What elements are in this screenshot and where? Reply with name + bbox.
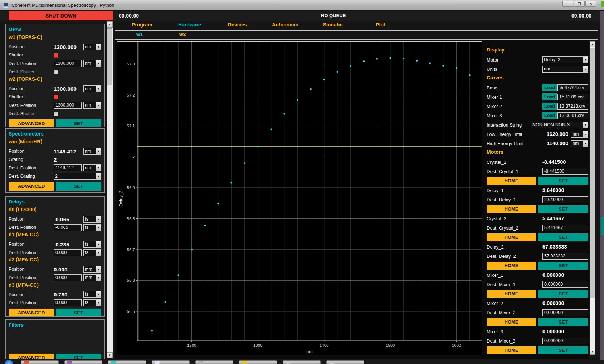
chevron-down-icon[interactable]: ▼: [96, 291, 101, 297]
unit-dropdown[interactable]: nm▼: [83, 85, 101, 92]
set-button[interactable]: SET: [56, 182, 101, 191]
unit-dropdown[interactable]: fs▼: [83, 299, 101, 306]
tab-hardware[interactable]: Hardware: [166, 22, 213, 30]
tuning-curve-plot[interactable]: 1200130014001500160056.556.656.756.856.9…: [117, 41, 482, 355]
dest-position-input[interactable]: 0.000: [54, 274, 82, 281]
set-button[interactable]: SET: [538, 177, 588, 185]
chevron-down-icon[interactable]: ▼: [583, 122, 588, 128]
home-button[interactable]: HOME: [487, 177, 536, 185]
panel-scrollbar-thumb[interactable]: [590, 48, 595, 298]
units-dropdown[interactable]: nm▼: [542, 66, 588, 73]
chevron-down-icon[interactable]: ▼: [96, 165, 101, 171]
tab-autonomic[interactable]: Autonomic: [261, 22, 309, 30]
set-button[interactable]: SET: [56, 309, 101, 317]
chevron-down-icon[interactable]: ▼: [96, 300, 101, 306]
unit-dropdown[interactable]: mm▼: [83, 266, 101, 273]
chevron-down-icon[interactable]: ▼: [583, 131, 588, 137]
dest-grating-dropdown[interactable]: 2▼: [54, 173, 101, 180]
set-button[interactable]: SET: [538, 346, 588, 354]
subtab-w1[interactable]: w1: [118, 31, 161, 39]
dest-position-input[interactable]: 1300.000: [54, 60, 82, 67]
unit-dropdown[interactable]: nm▼: [571, 131, 588, 138]
home-button[interactable]: HOME: [487, 318, 536, 326]
chevron-down-icon[interactable]: ▼: [583, 57, 588, 63]
motor-dest-input[interactable]: 2.640000: [542, 196, 588, 203]
advanced-button[interactable]: ADVANCED: [9, 119, 54, 127]
chevron-down-icon[interactable]: ▼: [96, 102, 101, 108]
set-button[interactable]: SET: [538, 262, 588, 270]
chevron-down-icon[interactable]: ▼: [96, 216, 101, 222]
set-button[interactable]: SET: [538, 233, 588, 241]
panel-scroll-down-icon[interactable]: ▼: [590, 349, 595, 355]
unit-dropdown[interactable]: nm▼: [83, 60, 101, 67]
set-button[interactable]: SET: [56, 354, 101, 359]
plot-canvas[interactable]: 1200130014001500160056.556.656.756.856.9…: [117, 42, 482, 355]
chevron-down-icon[interactable]: ▼: [96, 225, 101, 231]
load-button[interactable]: Load: [542, 93, 557, 100]
motor-dest-input[interactable]: -8.441500: [542, 168, 588, 175]
interaction-string-dropdown[interactable]: NON-NON-NON-S▼: [531, 122, 588, 128]
motor-dest-input[interactable]: 0.000000: [542, 309, 588, 316]
advanced-button[interactable]: ADVANCED: [9, 182, 54, 191]
set-button[interactable]: SET: [56, 119, 101, 127]
set-button[interactable]: SET: [538, 318, 588, 326]
close-button[interactable]: ✕: [585, 1, 596, 7]
unit-dropdown[interactable]: fs▼: [83, 216, 101, 223]
load-button[interactable]: Load: [542, 112, 557, 119]
chevron-down-icon[interactable]: ▼: [583, 141, 588, 147]
tab-program[interactable]: Program: [118, 22, 166, 30]
dest-shutter-checkbox[interactable]: [54, 70, 58, 74]
dest-position-input[interactable]: 1149.412: [54, 164, 82, 171]
motor-dropdown[interactable]: Delay_2▼: [542, 56, 588, 63]
tab-somatic[interactable]: Somatic: [309, 22, 356, 30]
chevron-down-icon[interactable]: ▼: [96, 275, 101, 281]
set-button[interactable]: SET: [538, 290, 588, 298]
load-button[interactable]: Load: [542, 84, 557, 91]
restore-button[interactable]: ❐: [574, 1, 585, 7]
subtab-w2[interactable]: w2: [161, 31, 204, 39]
sidebar-scroll-up-icon[interactable]: ▲: [107, 21, 113, 28]
home-button[interactable]: HOME: [487, 205, 536, 213]
tab-devices[interactable]: Devices: [214, 22, 261, 30]
advanced-button[interactable]: ADVANCED: [9, 354, 54, 359]
home-button[interactable]: HOME: [487, 262, 536, 270]
motor-dest-input[interactable]: 0.000000: [542, 281, 588, 288]
unit-dropdown[interactable]: fs▼: [83, 291, 101, 298]
chevron-down-icon[interactable]: ▼: [96, 250, 101, 256]
dest-shutter-checkbox[interactable]: [54, 112, 58, 116]
chevron-down-icon[interactable]: ▼: [96, 86, 101, 92]
home-button[interactable]: HOME: [487, 290, 536, 298]
motor-dest-input[interactable]: 5.441667: [542, 225, 588, 231]
dest-position-input[interactable]: 1300.000: [54, 102, 82, 109]
home-button[interactable]: HOME: [487, 346, 536, 354]
unit-dropdown[interactable]: nm▼: [83, 44, 101, 50]
dest-position-input[interactable]: -0.065: [54, 224, 82, 231]
shutdown-button[interactable]: SHUT DOWN: [9, 11, 113, 20]
minimize-button[interactable]: ─: [562, 1, 573, 7]
unit-dropdown[interactable]: fs▼: [83, 224, 101, 231]
sidebar-scroll-down-icon[interactable]: ▼: [107, 352, 113, 358]
home-button[interactable]: HOME: [487, 233, 536, 241]
set-button[interactable]: SET: [538, 205, 588, 213]
chevron-down-icon[interactable]: ▼: [96, 241, 101, 247]
chevron-down-icon[interactable]: ▼: [96, 148, 101, 154]
load-button[interactable]: Load: [542, 103, 557, 110]
curve-file-input[interactable]: 15.11.09.crv: [557, 94, 588, 100]
unit-dropdown[interactable]: fs▼: [83, 249, 101, 256]
motor-dest-input[interactable]: 0.000000: [542, 338, 588, 344]
curve-file-input[interactable]: 13 37213.crv: [557, 103, 588, 110]
unit-dropdown[interactable]: nm▼: [83, 102, 101, 109]
chevron-down-icon[interactable]: ▼: [96, 44, 101, 50]
curve-file-input[interactable]: )5 67764.crv: [557, 84, 588, 91]
motor-dest-input[interactable]: 57.033333: [542, 253, 588, 260]
chevron-down-icon[interactable]: ▼: [96, 173, 101, 179]
unit-dropdown[interactable]: fs▼: [83, 241, 101, 248]
chevron-down-icon[interactable]: ▼: [96, 60, 101, 67]
curve-file-input[interactable]: 13.06.01.crv: [557, 112, 588, 119]
sidebar-scrollbar-thumb[interactable]: [107, 28, 112, 85]
unit-dropdown[interactable]: nm▼: [83, 148, 101, 155]
panel-scroll-up-icon[interactable]: ▲: [590, 41, 595, 47]
unit-dropdown[interactable]: nm▼: [571, 140, 588, 147]
chevron-down-icon[interactable]: ▼: [96, 266, 101, 272]
dest-position-input[interactable]: 0.000: [54, 299, 82, 306]
